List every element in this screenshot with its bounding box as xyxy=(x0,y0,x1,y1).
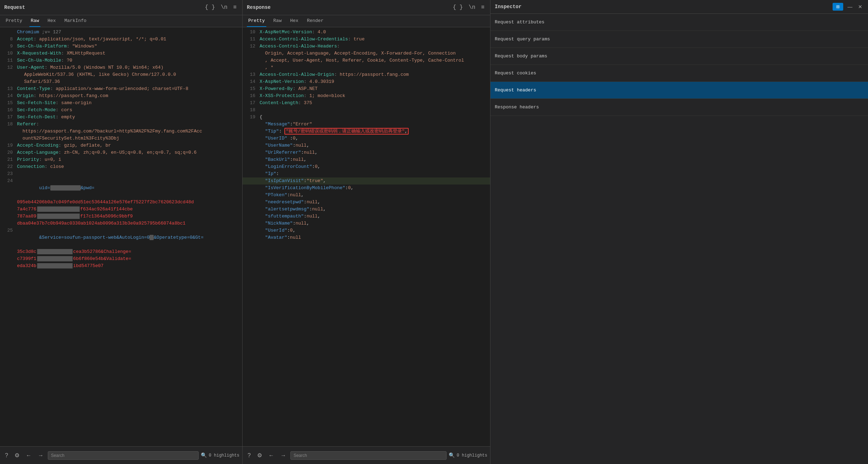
code-line: "Tip": "账号/密码错误或密码弱，请正确输入或改密码后再登录", xyxy=(243,128,490,135)
help-btn[interactable]: ? xyxy=(3,451,10,460)
inspector-item-response-headers[interactable]: Response headers xyxy=(490,99,868,116)
code-line: 18 xyxy=(243,107,490,114)
code-line: , * xyxy=(243,64,490,71)
settings-btn[interactable]: ⚙ xyxy=(12,451,22,460)
code-line: 16 Sec-Fetch-Mode: cors xyxy=(0,107,242,114)
back-btn-response[interactable]: ← xyxy=(266,451,276,460)
code-line: "NickName":null, xyxy=(243,220,490,227)
code-line: 20 Accept-Language: zh-CN, zh;q=0.9, en-… xyxy=(0,149,242,156)
newline-btn[interactable]: \n xyxy=(219,3,229,12)
code-line: 11 Access-Control-Allow-Credentials: tru… xyxy=(243,36,490,43)
search-icon-response: 🔍 xyxy=(449,452,455,458)
response-code: 10 X-AspNetMvc-Version: 4.0 11 Access-Co… xyxy=(243,27,490,446)
tab-pretty-request[interactable]: Pretty xyxy=(4,15,24,27)
request-bottom-bar: ? ⚙ ← → 🔍 0 highlights xyxy=(0,446,242,464)
code-line: 14 X-AspNet-Version: 4.0.30319 xyxy=(243,78,490,85)
inspector-panel: Inspector ⊞ — ✕ Request attributes Reque… xyxy=(490,0,868,464)
request-toolbar: { } \n ≡ xyxy=(203,3,238,12)
code-line: "UserName":null, xyxy=(243,142,490,149)
response-search-input[interactable] xyxy=(290,451,447,460)
newline-btn-response[interactable]: \n xyxy=(467,3,477,12)
code-line: c7399f16b6f860e54b&Validate= xyxy=(0,255,242,262)
code-line: "BackUrl":null, xyxy=(243,156,490,163)
code-line: Origin, Accept-Language, Accept-Encoding… xyxy=(243,50,490,57)
code-line: "Message":"Error" xyxy=(243,121,490,128)
tab-pretty-response[interactable]: Pretty xyxy=(247,15,266,27)
code-line: 13 Content-Type: application/x-www-form-… xyxy=(0,85,242,92)
search-icon: 🔍 xyxy=(201,452,207,458)
response-panel: Response { } \n ≡ Pretty Raw Hex Render … xyxy=(243,0,490,464)
code-line: Chromium ;v= 127 xyxy=(0,29,242,36)
settings-btn-response[interactable]: ⚙ xyxy=(255,451,264,460)
code-line: 095eb44206b0a7c049fe0dd51ec53644a126e576… xyxy=(0,199,242,206)
tab-raw-request[interactable]: Raw xyxy=(29,15,40,27)
tab-hex-response[interactable]: Hex xyxy=(289,15,300,27)
code-line: 18 Referer: xyxy=(0,121,242,128)
request-title: Request xyxy=(4,5,25,10)
code-line: ount%2FSecuritySet.html%3Fcity%3Dbj xyxy=(0,135,242,142)
code-line: 19 Accept-Encoding: gzip, deflate, br xyxy=(0,142,242,149)
forward-btn-response[interactable]: → xyxy=(278,451,288,460)
menu-btn-response[interactable]: ≡ xyxy=(480,3,486,12)
code-line: 14 Origin: https://passport.fang.com xyxy=(0,92,242,100)
code-line: "Avatar":null xyxy=(243,234,490,241)
response-bottom-bar: ? ⚙ ← → 🔍 0 highlights xyxy=(243,446,490,464)
code-line: 15 Sec-Fetch-Site: same-origin xyxy=(0,100,242,107)
code-line: 787aa89f17c1364a5096c9bbf9 xyxy=(0,213,242,220)
code-line: 17 Sec-Fetch-Dest: empty xyxy=(0,114,242,121)
inspector-item-request-cookies[interactable]: Request cookies xyxy=(490,65,868,82)
code-line: "needresetpwd":null, xyxy=(243,199,490,206)
inspector-view-btn[interactable]: ⊞ xyxy=(833,3,843,11)
code-line: 16 X-XSS-Protection: 1; mode=block xyxy=(243,92,490,100)
code-line: 24 uid=██████████&pwd= xyxy=(0,177,242,199)
tab-render-response[interactable]: Render xyxy=(306,15,325,27)
help-btn-response[interactable]: ? xyxy=(245,451,253,460)
tab-markinfo-request[interactable]: MarkInfo xyxy=(63,15,88,27)
response-toolbar: { } \n ≡ xyxy=(451,3,486,12)
code-line: AppleWebKit/537.36 (KHTML, like Gecko) C… xyxy=(0,71,242,78)
code-line: 8 Accept: application/json, text/javascr… xyxy=(0,36,242,43)
code-line: 19 { xyxy=(243,114,490,121)
inspector-header: Inspector ⊞ — ✕ xyxy=(490,0,868,14)
forward-btn[interactable]: → xyxy=(36,451,46,460)
inspector-item-request-query[interactable]: Request query params xyxy=(490,31,868,48)
format-btn[interactable]: { } xyxy=(203,3,216,12)
code-line: 9 Sec-Ch-Ua-Platform: "Windows" xyxy=(0,43,242,50)
code-line: 12 Access-Control-Allow-Headers: xyxy=(243,43,490,50)
response-highlights: 0 highlights xyxy=(457,453,487,458)
menu-btn[interactable]: ≡ xyxy=(232,3,238,12)
inspector-item-request-attributes[interactable]: Request attributes xyxy=(490,14,868,31)
code-line: "UserID" :0, xyxy=(243,135,490,142)
code-line: 22 Connection: close xyxy=(0,163,242,170)
request-highlights: 0 highlights xyxy=(209,453,239,458)
inspector-item-request-headers[interactable]: Request headers xyxy=(490,82,868,99)
tab-hex-request[interactable]: Hex xyxy=(46,15,57,27)
request-tabs: Pretty Raw Hex MarkInfo xyxy=(0,15,242,27)
code-line: "IsVerificationByMobilePhone":0, xyxy=(243,185,490,192)
code-line: Safari/537.36 xyxy=(0,78,242,85)
inspector-item-request-body[interactable]: Request body params xyxy=(490,48,868,65)
request-panel: Request { } \n ≡ Pretty Raw Hex MarkInfo… xyxy=(0,0,243,464)
inspector-minimize-btn[interactable]: — xyxy=(846,3,854,10)
tab-raw-response[interactable]: Raw xyxy=(272,15,283,27)
request-header: Request { } \n ≡ xyxy=(0,0,242,15)
code-line: https://passport.fang.com/?backurl=http%… xyxy=(0,128,242,135)
response-header: Response { } \n ≡ xyxy=(243,0,490,15)
request-code: Chromium ;v= 127 8 Accept: application/j… xyxy=(0,27,242,446)
code-line: 35c3d8ccea3b52786&Challenge= xyxy=(0,248,242,255)
code-line: 7a4c776f634ac926a41f144cbe xyxy=(0,206,242,213)
format-btn-response[interactable]: { } xyxy=(451,3,464,12)
code-line: "PToken":null, xyxy=(243,192,490,199)
code-line: "sfuttempauth":null, xyxy=(243,213,490,220)
code-line: 12 User-Agent: Mozilla/5.0 (Windows NT 1… xyxy=(0,64,242,71)
code-line: 17 Content-Length: 375 xyxy=(243,100,490,107)
code-line: 15 X-Powered-By: ASP.NET xyxy=(243,85,490,92)
back-btn[interactable]: ← xyxy=(24,451,34,460)
inspector-close-btn[interactable]: ✕ xyxy=(857,3,864,10)
request-search-input[interactable] xyxy=(48,451,199,460)
code-line: eda324bibd54775e07 xyxy=(0,262,242,270)
code-line: 13 Access-Control-Allow-Origin: https://… xyxy=(243,71,490,78)
code-line: "Ip": xyxy=(243,170,490,177)
code-line: "alertsetpwdmsg":null, xyxy=(243,206,490,213)
code-line: "LoginErrorCount":0, xyxy=(243,163,490,170)
